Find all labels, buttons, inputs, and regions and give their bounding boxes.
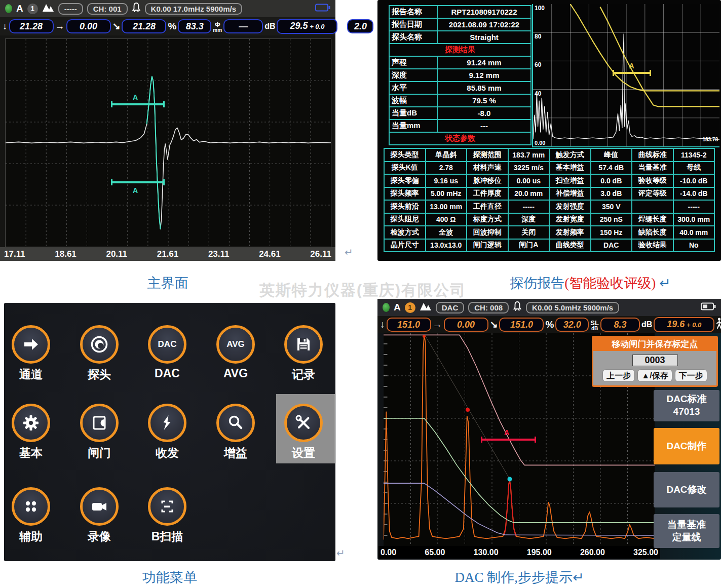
param-label: 缺陷长度	[632, 226, 673, 239]
gate-label: A	[133, 186, 138, 194]
param-value: 2.78	[426, 162, 467, 175]
info-label: 声程	[389, 56, 437, 69]
scan-mode-label: A	[16, 3, 23, 14]
right-arrow-icon: →	[55, 21, 65, 31]
gate-label: A	[133, 93, 138, 101]
menu-item-text[interactable]: DACDAC	[136, 325, 199, 380]
menu-item-dots[interactable]: 辅助	[0, 487, 62, 544]
menu-item-bscan[interactable]: B扫描	[136, 487, 199, 544]
param-label: 曲线标准	[632, 148, 673, 162]
menu-item-label: 增益	[204, 445, 267, 461]
dac-x-axis: 0.0065.00130.00195.00260.00325.00	[378, 546, 660, 559]
readout-pill: —	[223, 19, 263, 33]
menu-item-tools[interactable]: 设置	[272, 404, 335, 461]
param-value: 400 Ω	[426, 213, 467, 226]
menu-item-arrow-right[interactable]: 通道	[0, 325, 62, 382]
param-value: 深度	[508, 213, 550, 226]
info-row: 报告日期2021.08.09 17:02:22	[389, 18, 531, 31]
readout-pill: 8.3	[600, 318, 640, 332]
menu-item-label: 收发	[136, 445, 199, 461]
menu-item-gate[interactable]: 闸门	[68, 404, 131, 461]
info-value: -8.0	[437, 107, 531, 120]
menu-item-label: AVG	[204, 367, 267, 380]
mini-y-tick: 80	[535, 33, 541, 40]
info-row: 状态参数	[389, 132, 531, 145]
info-label: 波幅	[389, 94, 437, 107]
info-row: 探测结果	[389, 44, 531, 56]
readout-value: 21.28	[133, 21, 156, 31]
param-row: 探头前沿13.00 mm工件直径-----发射强度350 V-----	[384, 200, 714, 213]
info-row: 声程91.24 mm	[389, 56, 531, 69]
x-tick-label: 21.61	[157, 249, 179, 259]
scan-mode-label: A	[394, 302, 401, 313]
menu-item-camera[interactable]: 录像	[68, 487, 131, 544]
param-label: 焊缝长度	[632, 213, 673, 226]
probe-eye-icon	[80, 325, 119, 364]
x-tick-label: 325.00	[633, 548, 658, 557]
param-value: 9.16 us	[426, 174, 467, 187]
info-value: Straight	[437, 31, 531, 44]
param-value: 300.0 mm	[673, 213, 715, 226]
param-value: 350 V	[591, 200, 632, 213]
param-value: DAC	[591, 239, 632, 252]
battery-icon	[315, 4, 330, 14]
param-label: 工件厚度	[467, 187, 508, 201]
info-row: 水平85.85 mm	[389, 82, 531, 94]
readout-pill: 21.28	[122, 19, 166, 33]
readout-pill: 0.00	[66, 19, 111, 33]
param-value: 峰值	[591, 148, 632, 162]
param-row: 探头阻尼400 Ω标度方式深度发射宽度250 nS焊缝长度300.0 mm	[384, 213, 714, 226]
x-tick-label: 0.00	[381, 548, 396, 557]
readout-value: —	[239, 21, 248, 31]
side-button-label: DAC制作	[666, 440, 706, 453]
gate-A[interactable]	[111, 103, 164, 105]
side-button[interactable]: DAC标准47013	[654, 390, 719, 421]
gear-icon	[12, 404, 50, 442]
gate-label: A	[504, 428, 509, 437]
popup-button[interactable]: ▲/保存	[637, 369, 672, 382]
bend-arrow-icon: ↘	[490, 320, 498, 330]
menu-item-probe-eye[interactable]: 探头	[68, 325, 131, 382]
channel-pill: CH: 001	[87, 3, 128, 15]
icon-text: AVG	[226, 339, 245, 349]
mini-y-tick: 40	[535, 90, 541, 97]
tools-icon	[284, 404, 323, 442]
menu-item-lightning[interactable]: 收发	[136, 404, 199, 461]
menu-item-text[interactable]: AVGAVG	[204, 325, 267, 380]
gate-A[interactable]	[613, 72, 651, 74]
menu-item-gear[interactable]: 基本	[0, 404, 62, 461]
param-value: 0.0 dB	[591, 174, 632, 187]
info-label: 水平	[389, 82, 437, 94]
section-header: 状态参数	[389, 132, 531, 145]
power-status-icon	[5, 4, 12, 13]
x-tick-label: 17.11	[4, 249, 25, 259]
sl-db-icon: SLdB	[590, 318, 599, 331]
param-label: 探头阻尼	[384, 213, 426, 226]
gate-A[interactable]	[481, 439, 536, 441]
menu-item-floppy[interactable]: 记录	[272, 325, 335, 382]
param-label: 探头K值	[384, 162, 426, 175]
gated-echo-red	[504, 480, 516, 536]
side-button[interactable]: DAC修改	[654, 472, 719, 507]
param-value: 闸门A	[508, 239, 550, 252]
param-label	[632, 200, 673, 213]
param-value: 全波	[426, 226, 467, 239]
popup-button[interactable]: 上一步	[602, 369, 635, 382]
bell-icon	[132, 3, 141, 15]
popup-button[interactable]: 下一步	[675, 369, 707, 382]
menu-item-label: B扫描	[136, 529, 199, 544]
info-row: 深度9.12 mm	[389, 69, 531, 82]
lightning-icon	[148, 404, 186, 442]
dac-step-popup: 移动闸门并保存标定点 0003 上一步▲/保存下一步	[592, 336, 718, 387]
walker-icon	[716, 318, 721, 332]
menu-item-magnifier[interactable]: 增益	[204, 404, 267, 461]
gate-A[interactable]	[111, 181, 164, 183]
side-button[interactable]: DAC制作	[654, 428, 719, 464]
side-button[interactable]: 当量基准定量线	[654, 514, 719, 548]
channel-number-badge: 1	[27, 4, 38, 14]
info-label: 报告名称	[389, 6, 437, 18]
param-row: 探头类型单晶斜探测范围183.7 mm触发方式峰值曲线标准11345-2	[384, 148, 714, 162]
caption-report: 探伤报告(智能验收评级) ↵	[471, 274, 709, 292]
info-label: 深度	[389, 69, 437, 82]
battery-icon	[701, 302, 716, 312]
